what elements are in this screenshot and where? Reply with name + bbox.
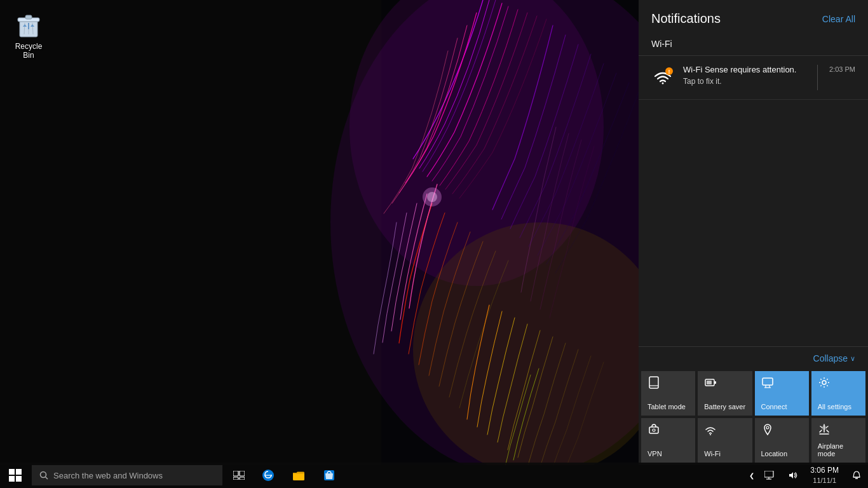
svg-rect-36 (233, 471, 238, 476)
taskbar: Search the web and Windows (0, 463, 868, 488)
network-tray-icon[interactable] (758, 463, 781, 488)
task-view-icon (233, 471, 245, 480)
notification-divider (817, 65, 818, 90)
quick-action-location[interactable]: Location (755, 418, 809, 463)
wi-fi-icon (704, 423, 717, 439)
volume-tray-icon[interactable] (781, 463, 804, 488)
collapse-button[interactable]: Collapse ∨ (813, 353, 855, 363)
notification-header: Notifications Clear All (639, 0, 868, 34)
svg-line-35 (46, 477, 48, 480)
battery-saver-icon (704, 376, 717, 392)
search-placeholder-text: Search the web and Windows (53, 471, 163, 480)
location-icon (761, 423, 774, 439)
clock-time: 3:06 PM (810, 465, 839, 476)
notification-center-tray-button[interactable] (845, 463, 868, 488)
notification-time: 2:03 PM (829, 65, 855, 73)
connect-label: Connect (761, 403, 787, 410)
svg-point-29 (766, 426, 769, 429)
notification-center-icon (851, 470, 862, 480)
notification-body: Tap to fix it. (683, 77, 811, 86)
file-explorer-button[interactable] (283, 463, 314, 488)
airplane-mode-icon (818, 423, 831, 439)
chevron-icon: ❮ (749, 472, 754, 479)
quick-action-connect[interactable]: Connect (755, 371, 809, 416)
location-label: Location (761, 450, 788, 458)
quick-action-vpn[interactable]: VPN (641, 418, 695, 463)
edge-browser-button[interactable] (253, 463, 283, 488)
quick-actions-grid: Tablet modeBattery saverConnectAll setti… (639, 371, 868, 465)
edge-icon (262, 469, 275, 482)
collapse-label: Collapse (813, 353, 848, 363)
collapse-area: Collapse ∨ (639, 346, 868, 371)
svg-point-28 (710, 434, 711, 435)
recycle-bin-icon[interactable]: Recycle Bin (6, 6, 51, 62)
svg-point-34 (41, 472, 46, 478)
svg-rect-39 (240, 477, 245, 480)
svg-text:!: ! (668, 69, 670, 75)
collapse-chevron-icon: ∨ (850, 355, 855, 363)
quick-action-all-settings[interactable]: All settings (811, 371, 865, 416)
network-icon (764, 471, 775, 480)
notification-title: Wi-Fi Sense requires attention. (683, 65, 811, 76)
recycle-bin-label: Recycle Bin (9, 42, 48, 60)
clock-date: 11/11/1 (813, 476, 836, 485)
svg-rect-19 (714, 381, 716, 384)
all-settings-icon (818, 376, 831, 392)
task-view-button[interactable] (225, 463, 253, 488)
connect-icon (761, 376, 774, 392)
wi-fi-label: Wi-Fi (704, 450, 721, 458)
svg-point-6 (427, 192, 437, 202)
search-icon (39, 471, 48, 480)
svg-rect-37 (240, 471, 245, 476)
tablet-mode-icon (648, 376, 660, 392)
airplane-mode-label: Airplane mode (818, 442, 859, 458)
svg-rect-9 (25, 15, 32, 19)
svg-rect-21 (763, 378, 773, 385)
show-hidden-icons-button[interactable]: ❮ (745, 463, 758, 488)
svg-rect-43 (764, 471, 773, 477)
svg-rect-33 (16, 476, 22, 482)
svg-rect-1 (0, 0, 381, 465)
notification-panel: Notifications Clear All Wi-Fi ! Wi-Fi Se… (639, 0, 868, 465)
svg-point-27 (653, 429, 655, 431)
explorer-icon (292, 469, 305, 482)
svg-point-25 (822, 381, 826, 384)
clock-display[interactable]: 3:06 PM 11/11/1 (804, 463, 845, 488)
svg-rect-30 (9, 469, 15, 475)
wifi-section-label: Wi-Fi (639, 34, 868, 56)
notification-panel-title: Notifications (651, 11, 721, 26)
windows-logo-icon (9, 469, 22, 482)
vpn-label: VPN (648, 450, 662, 458)
all-settings-label: All settings (818, 403, 851, 410)
tablet-mode-label: Tablet mode (648, 403, 686, 410)
quick-action-wi-fi[interactable]: Wi-Fi (698, 418, 752, 463)
volume-icon (787, 471, 797, 480)
quick-action-battery-saver[interactable]: Battery saver (698, 371, 752, 416)
quick-action-airplane-mode[interactable]: Airplane mode (811, 418, 865, 463)
wifi-notification-icon: ! (651, 65, 674, 88)
battery-saver-label: Battery saver (704, 403, 745, 410)
search-box[interactable]: Search the web and Windows (32, 465, 222, 485)
store-icon (323, 469, 336, 482)
wifi-notification-card[interactable]: ! Wi-Fi Sense requires attention. Tap to… (639, 56, 868, 100)
system-tray: ❮ 3:06 PM 11/11/1 (745, 463, 868, 488)
store-button[interactable] (314, 463, 344, 488)
svg-point-13 (662, 83, 664, 85)
svg-rect-32 (9, 476, 15, 482)
notification-content: Wi-Fi Sense requires attention. Tap to f… (683, 65, 811, 86)
desktop (0, 0, 639, 465)
quick-action-tablet-mode[interactable]: Tablet mode (641, 371, 695, 416)
svg-rect-26 (649, 427, 658, 433)
recycle-bin-svg (13, 9, 44, 39)
vpn-icon (648, 423, 660, 439)
start-button[interactable] (0, 463, 31, 488)
clear-all-button[interactable]: Clear All (822, 14, 855, 24)
svg-rect-38 (233, 477, 238, 480)
svg-rect-16 (649, 377, 658, 388)
notification-spacer (639, 100, 868, 346)
svg-rect-20 (707, 381, 712, 384)
svg-rect-31 (16, 469, 22, 475)
